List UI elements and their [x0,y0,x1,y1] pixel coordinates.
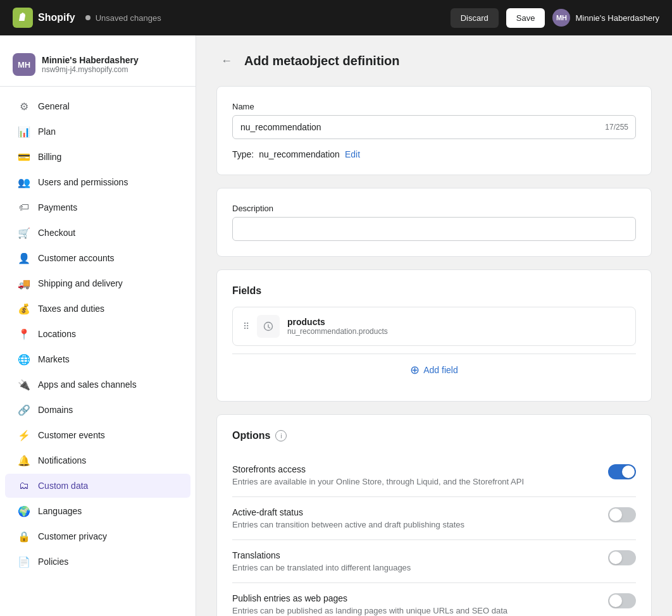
option-label-publish-web: Publish entries as web pages [232,593,593,603]
general-icon: ⚙ [18,100,30,113]
store-name-topbar: Minnie's Haberdashery [575,13,659,23]
toggle-thumb-storefronts [622,465,635,478]
toggle-thumb-active-draft [609,508,622,521]
sidebar-item-users[interactable]: 👥 Users and permissions [5,170,190,194]
sidebar-item-languages[interactable]: 🌍 Languages [5,499,190,523]
sidebar-item-notifications[interactable]: 🔔 Notifications [5,448,190,472]
sidebar-item-checkout[interactable]: 🛒 Checkout [5,221,190,245]
sidebar-item-domains[interactable]: 🔗 Domains [5,398,190,422]
sidebar-item-locations[interactable]: 📍 Locations [5,322,190,346]
description-card: Description [216,188,652,257]
type-edit-link[interactable]: Edit [345,149,360,159]
drag-handle-icon[interactable]: ⠿ [243,321,249,331]
name-input-wrapper: 17/255 [232,115,636,139]
toggle-translations[interactable] [608,550,636,565]
field-type-icon [257,315,280,338]
options-title: Options [232,430,270,441]
description-input[interactable] [232,217,636,241]
sidebar-item-billing[interactable]: 💳 Billing [5,145,190,169]
sidebar-item-markets[interactable]: 🌐 Markets [5,347,190,371]
option-label-active-draft: Active-draft status [232,507,593,517]
options-card: Options i Storefronts access Entries are… [216,414,652,616]
sidebar-nav: ⚙ General 📊 Plan 💳 Billing 👥 Users and p… [0,92,196,577]
shopify-logo-icon [13,8,33,28]
sidebar-item-customer-privacy[interactable]: 🔒 Customer privacy [5,524,190,548]
sidebar-item-label-taxes: Taxes and duties [38,304,104,314]
option-text-translations: Translations Entries can be translated i… [232,550,593,572]
store-avatar: MH [552,9,570,27]
field-key: nu_recommendation.products [287,327,625,336]
option-publish-web-pages: Publish entries as web pages Entries can… [232,583,636,615]
sidebar-item-customer-events[interactable]: ⚡ Customer events [5,423,190,447]
sidebar-item-label-general: General [38,101,70,111]
sidebar-item-label-plan: Plan [38,126,56,137]
add-field-label: Add field [423,365,457,375]
custom-data-icon: 🗂 [18,479,30,492]
info-icon[interactable]: i [275,430,287,441]
type-label: Type: [232,149,254,159]
sidebar-item-label-users: Users and permissions [38,177,128,187]
sidebar-item-taxes[interactable]: 💰 Taxes and duties [5,297,190,321]
store-badge: MH Minnie's Haberdashery [552,9,659,27]
option-text-active-draft: Active-draft status Entries can transiti… [232,507,593,529]
sidebar-item-label-apps: Apps and sales channels [38,379,137,390]
languages-icon: 🌍 [18,505,30,517]
sidebar-item-payments[interactable]: 🏷 Payments [5,195,190,219]
name-input[interactable] [232,115,636,139]
sidebar-item-custom-data[interactable]: 🗂 Custom data [5,474,190,498]
option-text-publish-web: Publish entries as web pages Entries can… [232,593,593,615]
toggle-active-draft[interactable] [608,507,636,522]
sidebar-item-customer-accounts[interactable]: 👤 Customer accounts [5,246,190,270]
main-content: ← Add metaobject definition Name 17/255 … [196,35,672,616]
add-field-button[interactable]: ⊕ Add field [232,354,636,386]
type-row: Type: nu_recommendation Edit [232,149,636,159]
option-desc-translations: Entries can be translated into different… [232,563,593,572]
sidebar-item-apps[interactable]: 🔌 Apps and sales channels [5,373,190,397]
sidebar-item-general[interactable]: ⚙ General [5,94,190,118]
shopify-logo-text: Shopify [38,12,75,23]
notifications-icon: 🔔 [18,454,30,467]
users-icon: 👥 [18,176,30,188]
option-desc-storefronts: Entries are available in your Online Sto… [232,477,593,486]
topbar: Shopify Unsaved changes Discard Save MH … [0,0,672,35]
apps-icon: 🔌 [18,378,30,391]
name-field-group: Name 17/255 [232,102,636,139]
sidebar-item-label-customer-events: Customer events [38,430,105,440]
type-value: nu_recommendation [259,149,340,159]
sidebar-item-label-checkout: Checkout [38,228,75,238]
customer-events-icon: ⚡ [18,429,30,441]
sidebar-item-label-payments: Payments [38,202,77,213]
toggle-publish-web[interactable] [608,593,636,608]
billing-icon: 💳 [18,151,30,163]
sidebar-item-label-policies: Policies [38,557,68,567]
sidebar-item-label-customer-accounts: Customer accounts [38,253,115,263]
save-top-button[interactable]: Save [506,8,545,28]
sidebar-item-label-locations: Locations [38,329,76,339]
sidebar-item-plan[interactable]: 📊 Plan [5,120,190,144]
add-field-plus-icon: ⊕ [410,363,420,377]
toggle-thumb-publish-web [609,594,622,607]
taxes-icon: 💰 [18,302,30,315]
options-header: Options i [232,430,636,441]
store-header: MH Minnie's Haberdashery nsw9mj-j4.mysho… [0,46,196,87]
option-active-draft: Active-draft status Entries can transiti… [232,497,636,540]
option-text-storefronts: Storefronts access Entries are available… [232,464,593,486]
sidebar-item-policies[interactable]: 📄 Policies [5,550,190,574]
payments-icon: 🏷 [18,201,30,214]
fields-section-title: Fields [232,285,636,297]
field-name: products [287,317,625,327]
markets-icon: 🌐 [18,353,30,366]
fields-card: Fields ⠿ products nu_recommendation.prod… [216,269,652,402]
unsaved-badge: Unsaved changes [85,13,161,23]
domains-icon: 🔗 [18,403,30,416]
toggle-storefronts[interactable] [608,464,636,479]
sidebar-store-avatar: MH [13,53,35,76]
policies-icon: 📄 [18,555,30,568]
field-info: products nu_recommendation.products [287,317,625,336]
option-desc-active-draft: Entries can transition between active an… [232,520,593,529]
sidebar-item-label-languages: Languages [38,506,82,516]
page-title: Add metaobject definition [244,54,400,68]
sidebar-item-shipping[interactable]: 🚚 Shipping and delivery [5,271,190,295]
discard-button[interactable]: Discard [451,8,499,28]
back-button[interactable]: ← [216,51,237,71]
